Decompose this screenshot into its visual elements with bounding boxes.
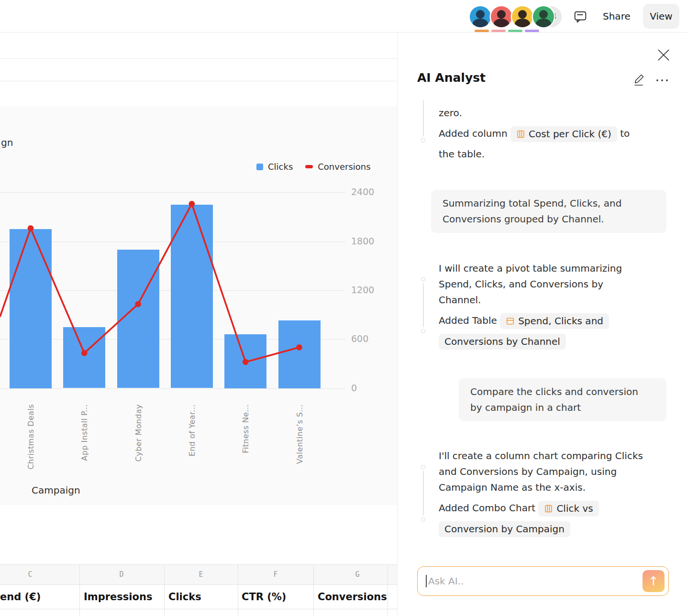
panel-left-border bbox=[397, 32, 398, 616]
assistant-action: Added column Cost per Click (€) to the t… bbox=[439, 123, 673, 165]
y-tick-label: 1200 bbox=[351, 285, 374, 295]
chart-title-fragment: gn bbox=[1, 137, 13, 148]
y-tick-label: 1800 bbox=[351, 236, 374, 246]
table-chip-continued[interactable]: Conversions by Channel bbox=[439, 334, 566, 350]
timeline-dot bbox=[421, 329, 425, 333]
chip-label: Conversions by Channel bbox=[444, 335, 560, 348]
timeline-line bbox=[423, 283, 424, 327]
action-suffix: the table. bbox=[439, 148, 485, 160]
share-button[interactable]: Share bbox=[603, 11, 631, 22]
legend-item-clicks: Clicks bbox=[256, 162, 293, 172]
avatar-torso bbox=[473, 19, 488, 27]
avatar-1[interactable] bbox=[470, 6, 491, 27]
presence-indicator-1 bbox=[475, 30, 489, 32]
comment-icon[interactable] bbox=[573, 10, 587, 24]
column-letter-C[interactable]: C bbox=[28, 570, 32, 579]
x-tick-label: Valentine’s S... bbox=[295, 404, 304, 464]
avatar-head bbox=[497, 10, 506, 19]
avatar-2[interactable] bbox=[491, 6, 512, 27]
timeline-dot bbox=[421, 138, 425, 143]
sheet-header-cell[interactable]: Conversions bbox=[318, 591, 387, 603]
avatar-head bbox=[539, 10, 548, 19]
topbar-divider bbox=[0, 32, 687, 33]
chip-label: Click vs bbox=[556, 502, 593, 515]
arrow-up-icon: ↑ bbox=[648, 574, 659, 588]
avatar-3[interactable] bbox=[512, 6, 533, 27]
sheet-column-border bbox=[388, 564, 388, 616]
column-letter-F[interactable]: F bbox=[273, 570, 277, 579]
chart-icon bbox=[544, 504, 553, 513]
x-tick-label: App Install P... bbox=[80, 404, 89, 461]
ask-ai-placeholder: Ask AI.. bbox=[428, 575, 464, 587]
chip-label: Conversion by Campaign bbox=[444, 523, 565, 536]
sheet-header-cell[interactable]: Impressions bbox=[84, 591, 152, 603]
x-tick-label: Christmas Deals bbox=[26, 404, 35, 470]
timeline-dot bbox=[421, 277, 425, 281]
avatar-head bbox=[476, 10, 485, 19]
conversions-swatch-icon bbox=[305, 165, 313, 168]
column-chip[interactable]: Cost per Click (€) bbox=[510, 126, 617, 142]
clicks-swatch-icon bbox=[256, 164, 263, 170]
column-letter-G[interactable]: G bbox=[355, 570, 359, 579]
sheet-header-cell[interactable]: CTR (%) bbox=[242, 591, 286, 603]
x-tick-label: Fitness Ne... bbox=[241, 404, 250, 453]
chip-label: Cost per Click (€) bbox=[529, 128, 611, 141]
legend-label-conversions: Conversions bbox=[318, 162, 370, 172]
bar-clicks-2 bbox=[117, 250, 159, 388]
send-button[interactable]: ↑ bbox=[643, 570, 665, 592]
close-icon[interactable] bbox=[656, 48, 671, 62]
bar-clicks-3 bbox=[171, 205, 213, 388]
gridline-0 bbox=[0, 388, 345, 389]
presence-indicator-2 bbox=[491, 30, 506, 32]
combo-chart-chip[interactable]: Click vs bbox=[538, 501, 598, 517]
assistant-message-1: zero. Added column Cost per Click (€) to… bbox=[439, 105, 673, 165]
assistant-action: Added Table Spend, Clicks and Conversion… bbox=[439, 310, 673, 352]
combo-chart-chip-continued[interactable]: Conversion by Campaign bbox=[439, 521, 570, 537]
edit-icon[interactable] bbox=[632, 73, 646, 87]
gridline-2400 bbox=[0, 192, 345, 193]
column-letter-E[interactable]: E bbox=[199, 570, 203, 579]
user-message-1: Summarizing total Spend, Clicks, and Con… bbox=[431, 190, 666, 233]
view-button[interactable]: View bbox=[643, 4, 679, 29]
user-message-2: Compare the clicks and conversion by cam… bbox=[459, 378, 666, 421]
assistant-action: Added Combo Chart Click vs Conversion by… bbox=[439, 498, 673, 539]
assistant-message-3: I'll create a column chart comparing Cli… bbox=[439, 448, 673, 539]
text-cursor bbox=[426, 575, 427, 587]
legend-item-conversions: Conversions bbox=[305, 162, 370, 172]
sheet-header-cell[interactable]: Clicks bbox=[168, 591, 201, 603]
table-icon bbox=[506, 317, 515, 326]
table-chip[interactable]: Spend, Clicks and bbox=[500, 313, 609, 329]
ask-ai-input[interactable]: Ask AI.. ↑ bbox=[417, 566, 669, 596]
timeline-line bbox=[423, 471, 424, 516]
bar-clicks-4 bbox=[224, 334, 266, 388]
chip-label: Spend, Clicks and bbox=[518, 315, 603, 328]
timeline-dot bbox=[421, 517, 425, 522]
formulabar-divider bbox=[0, 81, 397, 81]
timeline-dot bbox=[421, 465, 425, 469]
y-tick-label: 600 bbox=[351, 333, 368, 344]
chart-legend: Clicks Conversions bbox=[256, 162, 371, 172]
bar-clicks-1 bbox=[63, 327, 105, 388]
avatar-torso bbox=[515, 19, 530, 27]
assistant-text: I will create a pivot table summarizing … bbox=[439, 261, 673, 308]
x-tick-label: Cyber Monday bbox=[134, 404, 143, 462]
avatar-torso bbox=[494, 19, 509, 27]
sheet-header-cell[interactable]: end (€) bbox=[0, 591, 41, 603]
action-mid: to bbox=[620, 128, 630, 139]
toolbar-divider bbox=[0, 58, 397, 59]
sheet-row-divider bbox=[0, 609, 397, 609]
assistant-message-2: I will create a pivot table summarizing … bbox=[439, 261, 673, 352]
y-tick-label: 0 bbox=[351, 383, 357, 393]
sheet-column-border bbox=[238, 564, 238, 616]
y-tick-label: 2400 bbox=[351, 187, 374, 197]
bar-clicks-5 bbox=[278, 320, 321, 388]
sheet-column-border bbox=[164, 564, 165, 616]
action-prefix: Added Table bbox=[439, 315, 497, 326]
avatar-4[interactable] bbox=[533, 6, 554, 27]
assistant-text: zero. bbox=[439, 105, 673, 121]
more-options-icon[interactable] bbox=[656, 79, 668, 81]
column-letter-D[interactable]: D bbox=[119, 570, 123, 579]
assistant-text: I'll create a column chart comparing Cli… bbox=[439, 448, 673, 495]
presence-indicator-3 bbox=[508, 30, 522, 32]
app: { "topbar": { "share_label": "Share", "v… bbox=[0, 0, 687, 616]
